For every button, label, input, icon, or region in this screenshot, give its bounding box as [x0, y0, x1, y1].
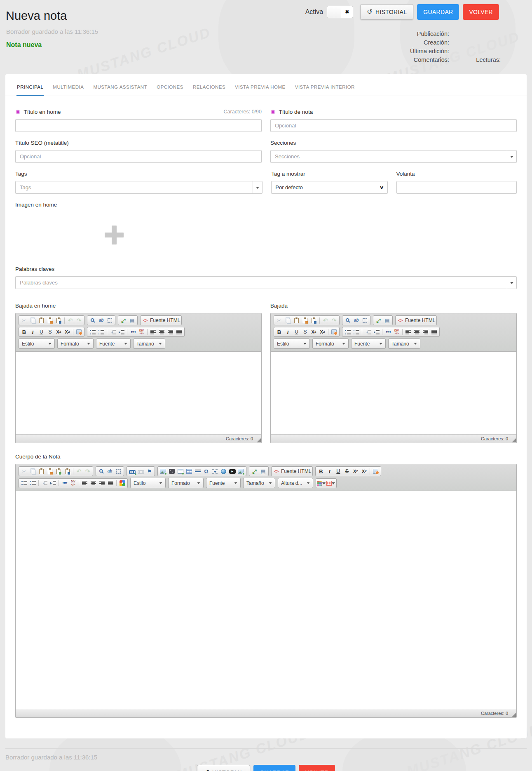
paste-word-button[interactable]	[309, 316, 318, 324]
active-toggle[interactable]: ✖	[327, 6, 353, 18]
tag-a-mostrar-select[interactable]: Por defecto ∨	[271, 181, 387, 194]
align-justify-button[interactable]	[106, 479, 115, 487]
tab-opciones[interactable]: OPCIONES	[156, 78, 184, 96]
paste-button[interactable]	[37, 316, 46, 324]
align-center-button[interactable]	[412, 328, 421, 336]
superscript-button[interactable]: X2	[318, 328, 327, 336]
show-blocks-button[interactable]: ▤	[383, 316, 391, 324]
italic-button[interactable]: I	[325, 467, 334, 475]
source-button[interactable]: <>Fuente HTML	[141, 316, 180, 324]
volanta-input[interactable]	[396, 181, 517, 194]
format-combo[interactable]: Formato	[57, 338, 94, 349]
bold-button[interactable]: B	[316, 467, 325, 475]
italic-button[interactable]: I	[284, 328, 292, 336]
redo-button[interactable]: ↷	[83, 467, 92, 475]
div-container-button[interactable]: DIV</>	[392, 328, 401, 336]
tags-dropdown-button[interactable]	[253, 181, 262, 193]
find-button[interactable]: ⚲	[88, 316, 97, 324]
tags-select[interactable]: Tags	[15, 181, 262, 194]
font-combo[interactable]: Fuente	[351, 338, 386, 349]
indent-button[interactable]	[49, 479, 57, 487]
palabras-claves-dropdown-button[interactable]	[507, 277, 516, 289]
cut-button[interactable]: ✂	[275, 316, 284, 324]
paste-text-button[interactable]	[46, 467, 54, 475]
resize-grip[interactable]	[512, 438, 516, 442]
special-char-button[interactable]: Ω	[202, 467, 211, 475]
source-button[interactable]: <>Fuente HTML	[396, 316, 436, 324]
back-button[interactable]: VOLVER	[463, 4, 499, 20]
blockquote-button[interactable]: ””	[60, 479, 69, 487]
tab-vista-previa-home[interactable]: VISTA PREVIA HOME	[234, 78, 286, 96]
embed-url-button[interactable]	[219, 467, 228, 475]
size-combo[interactable]: Tamaño	[388, 338, 420, 349]
bold-button[interactable]: B	[275, 328, 284, 336]
source-button[interactable]: <>Fuente HTML	[272, 467, 312, 475]
palabras-claves-select[interactable]: Palabras claves	[15, 276, 517, 289]
outdent-button[interactable]	[108, 328, 117, 336]
back-button[interactable]: VOLVER	[299, 765, 335, 771]
font-combo[interactable]: Fuente	[96, 338, 131, 349]
align-left-button[interactable]	[80, 479, 89, 487]
underline-button[interactable]: U	[37, 328, 46, 336]
link-button[interactable]	[128, 467, 136, 475]
font-combo[interactable]: Fuente	[206, 478, 241, 488]
numbered-list-button[interactable]	[20, 479, 28, 487]
insert-table-button[interactable]	[185, 467, 193, 475]
copy-button[interactable]	[28, 316, 37, 324]
google-maps-button[interactable]	[118, 479, 127, 487]
style-combo[interactable]: Estilo	[130, 478, 166, 488]
size-combo[interactable]: Tamaño	[133, 338, 165, 349]
table-background-button[interactable]	[326, 479, 335, 487]
horizontal-rule-button[interactable]	[193, 467, 202, 475]
superscript-button[interactable]: X2	[360, 467, 368, 475]
size-combo[interactable]: Tamaño	[243, 478, 275, 488]
align-center-button[interactable]	[157, 328, 166, 336]
strike-button[interactable]: S	[301, 328, 309, 336]
paste-text-button[interactable]	[301, 316, 309, 324]
remove-format-button[interactable]	[75, 328, 83, 336]
page-break-button[interactable]	[211, 467, 219, 475]
subscript-button[interactable]: X2	[54, 328, 63, 336]
div-container-button[interactable]: DIV</>	[137, 328, 146, 336]
find-button[interactable]: ⚲	[343, 316, 352, 324]
replace-button[interactable]: ab	[97, 316, 105, 324]
remove-format-button[interactable]	[371, 467, 380, 475]
div-container-button[interactable]: DIV</>	[69, 479, 77, 487]
maximize-button[interactable]: ⤢	[374, 316, 383, 324]
cut-button[interactable]: ✂	[20, 467, 28, 475]
titulo-seo-input[interactable]	[15, 150, 262, 163]
secciones-select[interactable]: Secciones	[270, 150, 517, 163]
select-all-button[interactable]	[105, 316, 114, 324]
editor-content-area[interactable]	[271, 352, 516, 434]
undo-button[interactable]: ↶	[321, 316, 330, 324]
outdent-button[interactable]	[40, 479, 49, 487]
bulleted-list-button[interactable]	[28, 479, 37, 487]
titulo-de-nota-input[interactable]	[270, 119, 517, 132]
copy-button[interactable]	[28, 467, 37, 475]
align-right-button[interactable]	[98, 479, 106, 487]
bulleted-list-button[interactable]	[352, 328, 361, 336]
unlink-button[interactable]	[136, 467, 145, 475]
italic-button[interactable]: I	[28, 328, 37, 336]
redo-button[interactable]: ↷	[330, 316, 338, 324]
subscript-button[interactable]: X2	[309, 328, 318, 336]
numbered-list-button[interactable]	[88, 328, 97, 336]
paste-text-button[interactable]	[46, 316, 54, 324]
paste-button[interactable]	[37, 467, 46, 475]
style-combo[interactable]: Estilo	[274, 338, 310, 349]
save-button[interactable]: GUARDAR	[417, 4, 459, 20]
resize-grip[interactable]	[512, 713, 516, 717]
insert-image-gallery-button[interactable]	[237, 467, 245, 475]
bold-button[interactable]: B	[20, 328, 28, 336]
align-center-button[interactable]	[89, 479, 98, 487]
anchor-button[interactable]: ⚑	[145, 467, 154, 475]
blockquote-button[interactable]: ””	[129, 328, 137, 336]
history-button[interactable]: ↺HISTORIAL	[360, 4, 413, 20]
secciones-dropdown-button[interactable]	[507, 150, 516, 162]
subscript-button[interactable]: X2	[351, 467, 360, 475]
blockquote-button[interactable]: ””	[384, 328, 392, 336]
maximize-button[interactable]: ⤢	[250, 467, 259, 475]
style-combo[interactable]: Estilo	[19, 338, 55, 349]
find-button[interactable]: ⚲	[97, 467, 105, 475]
replace-button[interactable]: ab	[352, 316, 361, 324]
